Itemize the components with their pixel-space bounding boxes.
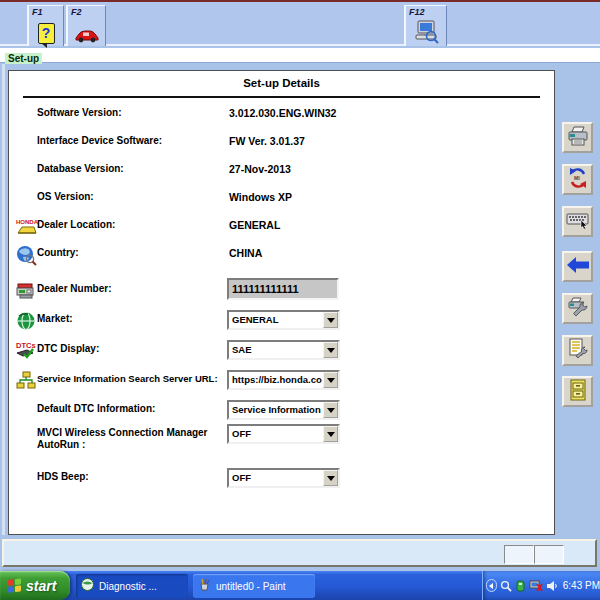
print-button[interactable] xyxy=(562,122,593,153)
mvci-autorun-selected-value: OFF xyxy=(232,428,322,439)
taskbar-item-diagnostic[interactable]: Diagnostic ... xyxy=(76,574,188,598)
tab-f2-vehicle[interactable]: F2 xyxy=(66,5,106,46)
magnifier-tray-icon[interactable] xyxy=(500,580,512,592)
f12-key-label: F12 xyxy=(409,7,425,17)
row-dealer-number: Dealer Number: xyxy=(9,283,554,303)
status-cell-2 xyxy=(534,545,564,564)
svg-text:HONDA: HONDA xyxy=(16,219,38,225)
default-dtc-info-label: Default DTC Information: xyxy=(37,403,155,414)
market-label: Market: xyxy=(37,313,73,324)
database-version-value: 27-Nov-2013 xyxy=(229,163,291,175)
page-title: Set-up Details xyxy=(9,77,554,89)
breadcrumb: Set-up xyxy=(5,53,42,64)
hds-beep-dropdown-arrow-icon[interactable] xyxy=(323,470,338,486)
taskbar-item-label: Diagnostic ... xyxy=(99,581,157,592)
honda-dealer-icon: HONDA xyxy=(13,215,39,239)
start-button[interactable]: start xyxy=(0,571,70,600)
taskbar-item-paint[interactable]: untitled0 - Paint xyxy=(193,574,315,598)
row-os-version: OS Version: Windows XP xyxy=(9,191,554,211)
car-icon xyxy=(68,28,105,44)
mvci-autorun-select[interactable]: OFF xyxy=(227,424,340,444)
tab-f1-help[interactable]: F1 ? xyxy=(27,5,64,46)
row-default-dtc-info: Default DTC Information: Service Informa… xyxy=(9,403,554,423)
service-info-url-dropdown-arrow-icon[interactable] xyxy=(323,372,338,388)
status-cell-1 xyxy=(504,545,534,564)
collapse-chevron-icon[interactable] xyxy=(486,579,497,592)
window-left-strip xyxy=(2,64,5,535)
row-database-version: Database Version: 27-Nov-2013 xyxy=(9,163,554,183)
row-service-info-url: Service Information Search Server URL: h… xyxy=(9,373,554,393)
hds-beep-select[interactable]: OFF xyxy=(227,468,340,488)
dtc-display-dropdown-arrow-icon[interactable] xyxy=(323,342,338,358)
globe-magnifier-icon xyxy=(13,243,39,267)
row-market: Market: GENERAL xyxy=(9,313,554,333)
default-dtc-info-selected-value: Service Information xyxy=(232,404,322,415)
os-version-value: Windows XP xyxy=(229,191,292,203)
taskbar: start Diagnostic ... untitled0 - Paint xyxy=(0,571,600,600)
archive-button[interactable] xyxy=(562,376,593,407)
f1-key-label: F1 xyxy=(32,7,43,17)
dtc-display-label: DTC Display: xyxy=(37,343,99,354)
country-value: CHINA xyxy=(229,247,262,259)
diagnostic-app-icon xyxy=(81,577,94,595)
print-setup-button[interactable] xyxy=(562,293,593,324)
row-dtc-display: DTCs DTC Display: SAE xyxy=(9,343,554,363)
dtc-display-select[interactable]: SAE xyxy=(227,340,340,360)
cabinet-icon xyxy=(569,379,587,404)
database-version-label: Database Version: xyxy=(37,163,124,174)
system-tray: 6:43 PM xyxy=(482,571,600,600)
default-dtc-info-select[interactable]: Service Information xyxy=(227,400,340,420)
convert-arrows-icon: MI xyxy=(567,167,589,192)
dealer-location-value: GENERAL xyxy=(229,219,280,231)
service-info-url-select[interactable]: https://biz.honda.co.j xyxy=(227,370,340,390)
unit-convert-button[interactable]: MI xyxy=(562,164,593,195)
usb-dongle-icon[interactable] xyxy=(515,580,526,592)
taskbar-clock: 6:43 PM xyxy=(563,580,600,591)
svg-text:DTCs: DTCs xyxy=(16,341,36,350)
market-dropdown-arrow-icon[interactable] xyxy=(323,312,338,328)
network-tree-icon xyxy=(13,369,39,393)
status-bar xyxy=(2,539,597,567)
software-version-value: 3.012.030.ENG.WIN32 xyxy=(229,107,336,119)
keyboard-icon xyxy=(566,211,590,232)
tab-f12-system-check[interactable]: F12 xyxy=(404,5,447,46)
svg-text:MI: MI xyxy=(574,175,580,181)
breadcrumb-bar: Set-up xyxy=(0,48,600,63)
dealer-number-label: Dealer Number: xyxy=(37,283,111,294)
windows-flag-icon xyxy=(8,578,22,593)
mvci-autorun-dropdown-arrow-icon[interactable] xyxy=(323,426,338,442)
setup-details-panel: Set-up Details Software Version: 3.012.0… xyxy=(8,70,555,535)
dealer-fax-icon xyxy=(13,279,39,303)
paint-app-icon xyxy=(198,577,211,595)
row-hds-beep: HDS Beep: OFF xyxy=(9,471,554,491)
title-divider xyxy=(23,96,540,98)
market-select[interactable]: GENERAL xyxy=(227,310,340,330)
market-globe-icon xyxy=(13,309,39,333)
computer-search-icon xyxy=(406,20,446,44)
row-dealer-location: HONDA Dealer Location: GENERAL xyxy=(9,219,554,239)
start-button-label: start xyxy=(26,578,56,594)
row-interface-device-software: Interface Device Software: FW Ver. 3.01.… xyxy=(9,135,554,155)
keyboard-button[interactable] xyxy=(562,206,593,237)
dtc-check-icon: DTCs xyxy=(13,339,39,363)
report-setup-button[interactable] xyxy=(562,335,593,366)
row-country: Country: CHINA xyxy=(9,247,554,267)
market-selected-value: GENERAL xyxy=(232,314,322,325)
volume-icon[interactable] xyxy=(546,580,558,592)
interface-device-value: FW Ver. 3.01.37 xyxy=(229,135,305,147)
taskbar-item-label: untitled0 - Paint xyxy=(216,581,286,592)
default-dtc-info-dropdown-arrow-icon[interactable] xyxy=(323,402,338,418)
back-button[interactable] xyxy=(562,251,593,282)
mvci-autorun-label: MVCI Wireless Connection Manager AutoRun… xyxy=(37,427,222,451)
interface-device-label: Interface Device Software: xyxy=(37,135,162,146)
f2-key-label: F2 xyxy=(71,7,82,17)
row-software-version: Software Version: 3.012.030.ENG.WIN32 xyxy=(9,107,554,127)
dtc-display-selected-value: SAE xyxy=(232,344,322,355)
help-balloon-icon: ? xyxy=(29,23,63,44)
function-key-toolbar: F1 ? F2 F12 xyxy=(0,2,600,46)
network-offline-icon[interactable] xyxy=(529,580,543,592)
back-arrow-icon xyxy=(567,257,589,276)
country-label: Country: xyxy=(37,247,79,258)
dealer-number-input[interactable] xyxy=(227,278,339,300)
service-info-url-label: Service Information Search Server URL: xyxy=(37,373,218,384)
